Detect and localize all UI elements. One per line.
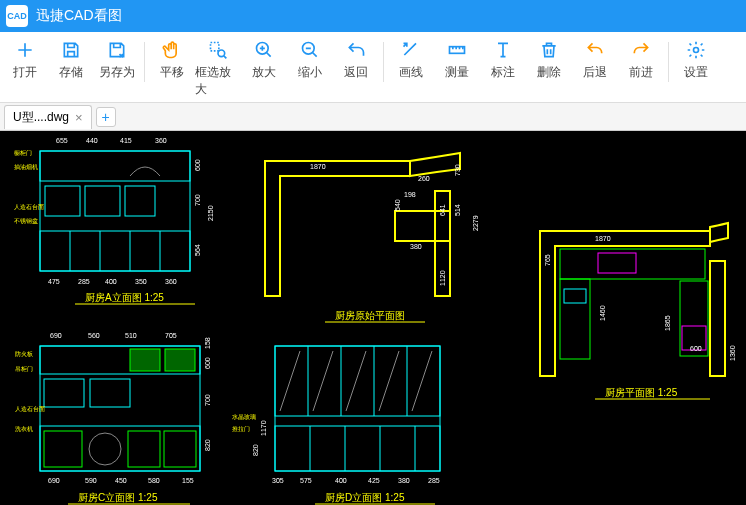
svg-text:1865: 1865 [664, 315, 671, 331]
gear-icon [684, 38, 708, 62]
svg-text:360: 360 [155, 137, 167, 144]
svg-rect-11 [40, 231, 190, 271]
svg-line-95 [346, 351, 366, 411]
hand-icon [160, 38, 184, 62]
svg-text:抽油烟机: 抽油烟机 [14, 164, 38, 170]
svg-rect-50 [564, 289, 586, 303]
zoomin-icon [252, 38, 276, 62]
svg-rect-9 [85, 186, 120, 216]
close-icon[interactable]: × [75, 110, 83, 125]
svg-text:820: 820 [204, 439, 211, 451]
tool-label: 平移 [160, 64, 184, 81]
tool-label: 另存为 [99, 64, 135, 81]
svg-rect-67 [128, 431, 160, 467]
add-tab-button[interactable]: + [96, 107, 116, 127]
svg-text:2150: 2150 [207, 205, 214, 221]
svg-text:705: 705 [165, 332, 177, 339]
trash-icon [537, 38, 561, 62]
svg-text:641: 641 [439, 204, 446, 216]
svg-text:700: 700 [204, 394, 211, 406]
elev-c-title: 厨房C立面图 1:25 [78, 492, 158, 503]
pan-button[interactable]: 平移 [149, 38, 195, 81]
svg-text:655: 655 [56, 137, 68, 144]
svg-text:730: 730 [454, 164, 461, 176]
svg-line-93 [280, 351, 300, 411]
svg-text:1870: 1870 [310, 163, 326, 170]
tabbar: U型....dwg × + [0, 103, 746, 131]
tool-label: 缩小 [298, 64, 322, 81]
toolbar: 打开存储另存为平移框选放大放大缩小返回画线测量标注删除后退前进设置 [0, 32, 746, 103]
tool-label: 打开 [13, 64, 37, 81]
svg-text:人造石台面: 人造石台面 [14, 204, 44, 210]
cad-canvas[interactable]: 655 440 415 360 475 285 400 350 360 600 … [0, 131, 746, 505]
back-button[interactable]: 返回 [333, 38, 379, 81]
svg-text:人造石台面: 人造石台面 [15, 406, 45, 412]
save-icon [59, 38, 83, 62]
svg-text:600: 600 [204, 357, 211, 369]
tool-label: 删除 [537, 64, 561, 81]
saveas-button[interactable]: 另存为 [94, 38, 140, 81]
annotate-button[interactable]: 标注 [480, 38, 526, 81]
svg-text:2279: 2279 [472, 215, 479, 231]
tool-label: 放大 [252, 64, 276, 81]
svg-text:450: 450 [115, 477, 127, 484]
svg-text:285: 285 [428, 477, 440, 484]
zoomwin-icon [206, 38, 230, 62]
titlebar: CAD 迅捷CAD看图 [0, 0, 746, 32]
svg-point-65 [89, 433, 121, 465]
delete-button[interactable]: 删除 [526, 38, 572, 81]
svg-text:575: 575 [300, 477, 312, 484]
svg-text:510: 510 [125, 332, 137, 339]
svg-text:158: 158 [204, 337, 211, 349]
tool-label: 设置 [684, 64, 708, 81]
open-button[interactable]: 打开 [2, 38, 48, 81]
svg-rect-60 [44, 379, 84, 407]
svg-text:1870: 1870 [595, 235, 611, 242]
line-button[interactable]: 画线 [388, 38, 434, 81]
svg-text:防火板: 防火板 [15, 351, 33, 357]
app-logo: CAD [6, 5, 28, 27]
svg-text:260: 260 [418, 175, 430, 182]
drawing-elev-c: 690 560 510 705 690 590 450 580 155 820 … [15, 332, 211, 504]
svg-text:690: 690 [48, 477, 60, 484]
saveas-icon [105, 38, 129, 62]
zoomout-icon [298, 38, 322, 62]
svg-text:560: 560 [88, 332, 100, 339]
svg-text:1360: 1360 [729, 345, 736, 361]
svg-text:推拉门: 推拉门 [232, 425, 250, 432]
redo-button[interactable]: 前进 [618, 38, 664, 81]
drawing-plan: 1870 765 1460 1865 600 1360 厨房平面图 1:25 [540, 223, 736, 399]
tool-label: 返回 [344, 64, 368, 81]
undo-icon [583, 38, 607, 62]
svg-text:700: 700 [194, 194, 201, 206]
ruler-icon [445, 38, 469, 62]
svg-point-5 [694, 48, 699, 53]
svg-text:350: 350 [135, 278, 147, 285]
svg-rect-64 [40, 426, 200, 471]
settings-button[interactable]: 设置 [673, 38, 719, 81]
svg-rect-62 [130, 349, 160, 371]
svg-text:360: 360 [165, 278, 177, 285]
zoomout-button[interactable]: 缩小 [287, 38, 333, 81]
svg-rect-10 [125, 186, 155, 216]
svg-rect-66 [44, 431, 82, 467]
svg-rect-7 [40, 151, 190, 181]
measure-button[interactable]: 测量 [434, 38, 480, 81]
undo-button[interactable]: 后退 [572, 38, 618, 81]
file-tab[interactable]: U型....dwg × [4, 105, 92, 129]
save-button[interactable]: 存储 [48, 38, 94, 81]
drawing-elev-d: 305 575 400 425 380 285 820 1170 水晶玻璃 推拉… [232, 346, 440, 504]
svg-rect-48 [598, 253, 636, 273]
svg-text:514: 514 [454, 204, 461, 216]
return-icon [344, 38, 368, 62]
tool-label: 后退 [583, 64, 607, 81]
svg-line-97 [412, 351, 432, 411]
svg-text:橱柜门: 橱柜门 [14, 149, 32, 156]
zoomwin-button[interactable]: 框选放大 [195, 38, 241, 98]
svg-text:155: 155 [182, 477, 194, 484]
tool-label: 标注 [491, 64, 515, 81]
zoomin-button[interactable]: 放大 [241, 38, 287, 81]
svg-text:580: 580 [148, 477, 160, 484]
svg-text:380: 380 [410, 243, 422, 250]
svg-text:765: 765 [544, 254, 551, 266]
